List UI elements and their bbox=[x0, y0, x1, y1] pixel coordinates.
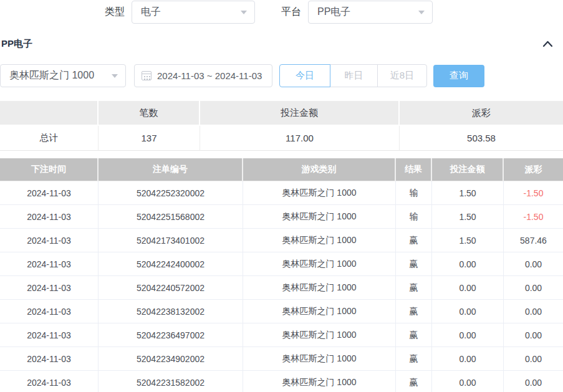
chevron-down-icon bbox=[418, 11, 425, 14]
platform-select-value: PP电子 bbox=[317, 6, 350, 19]
section-title: PP电子 bbox=[1, 38, 32, 50]
cell-payout: 0.00 bbox=[504, 323, 563, 347]
section-header: PP电子 bbox=[1, 36, 562, 51]
summary-header-blank bbox=[0, 101, 99, 126]
cell-bet-time: 2024-11-03 bbox=[0, 252, 99, 276]
summary-total-row: 总计 137 117.00 503.58 bbox=[0, 126, 563, 151]
cell-bet-time: 2024-11-03 bbox=[0, 276, 99, 300]
table-row: 2024-11-03 52042231582002 奥林匹斯之门 1000 赢 … bbox=[0, 371, 563, 392]
cell-bet-time: 2024-11-03 bbox=[0, 300, 99, 323]
today-button[interactable]: 今日 bbox=[279, 64, 330, 87]
table-row: 2024-11-03 52042234902002 奥林匹斯之门 1000 赢 … bbox=[0, 347, 563, 371]
summary-header-row: 笔数 投注金额 派彩 bbox=[0, 101, 563, 126]
cell-game-type: 奥林匹斯之门 1000 bbox=[243, 252, 396, 276]
col-header-payout: 派彩 bbox=[504, 158, 563, 181]
last8days-button[interactable]: 近8日 bbox=[377, 64, 427, 87]
chevron-down-icon bbox=[241, 11, 247, 14]
cell-game-type: 奥林匹斯之门 1000 bbox=[243, 347, 396, 371]
cell-payout: 587.46 bbox=[504, 229, 563, 252]
cell-bet-time: 2024-11-03 bbox=[0, 205, 99, 229]
bet-records-table: 下注时间 注单编号 游戏类别 结果 投注金额 派彩 2024-11-03 520… bbox=[0, 158, 563, 392]
cell-result: 输 bbox=[396, 181, 432, 205]
cell-bet-time: 2024-11-03 bbox=[0, 347, 99, 371]
table-row: 2024-11-03 52042242400002 奥林匹斯之门 1000 赢 … bbox=[0, 252, 563, 276]
calendar-icon bbox=[142, 71, 152, 80]
cell-bet-time: 2024-11-03 bbox=[0, 229, 99, 252]
cell-order-id: 52042252320002 bbox=[99, 181, 243, 205]
cell-bet-amount: 0.00 bbox=[432, 300, 504, 323]
cell-bet-amount: 1.50 bbox=[432, 181, 504, 205]
date-range-picker[interactable]: 2024-11-03 ~ 2024-11-03 bbox=[134, 64, 272, 87]
cell-game-type: 奥林匹斯之门 1000 bbox=[243, 229, 396, 252]
summary-header-bet-amount: 投注金额 bbox=[200, 101, 400, 126]
cell-game-type: 奥林匹斯之门 1000 bbox=[243, 323, 396, 347]
table-row: 2024-11-03 52042240572002 奥林匹斯之门 1000 赢 … bbox=[0, 276, 563, 300]
col-header-bet-time: 下注时间 bbox=[0, 158, 99, 181]
cell-payout: -1.50 bbox=[504, 181, 563, 205]
cell-order-id: 52042240572002 bbox=[99, 276, 243, 300]
summary-header-payout: 派彩 bbox=[400, 101, 563, 126]
cell-game-type: 奥林匹斯之门 1000 bbox=[243, 371, 396, 392]
cell-payout: 0.00 bbox=[504, 347, 563, 371]
cell-result: 赢 bbox=[396, 229, 432, 252]
cell-game-type: 奥林匹斯之门 1000 bbox=[243, 205, 396, 229]
cell-order-id: 52042236497002 bbox=[99, 323, 243, 347]
cell-bet-time: 2024-11-03 bbox=[0, 371, 99, 392]
quick-range-group: 今日 昨日 近8日 bbox=[279, 64, 427, 87]
summary-payout-value: 503.58 bbox=[400, 126, 563, 151]
cell-order-id: 52042242400002 bbox=[99, 252, 243, 276]
bet-records-panel: 类型 电子 平台 PP电子 PP电子 奥林匹斯之门 1000 2024-11-0… bbox=[0, 0, 563, 392]
cell-order-id: 52042234902002 bbox=[99, 347, 243, 371]
table-row: 2024-11-03 52042236497002 奥林匹斯之门 1000 赢 … bbox=[0, 323, 563, 347]
search-button[interactable]: 查询 bbox=[433, 65, 484, 87]
cell-order-id: 52042238132002 bbox=[99, 300, 243, 323]
chevron-up-icon bbox=[542, 41, 553, 47]
cell-payout: -1.50 bbox=[504, 205, 563, 229]
date-range-value: 2024-11-03 ~ 2024-11-03 bbox=[157, 70, 262, 81]
cell-game-type: 奥林匹斯之门 1000 bbox=[243, 181, 396, 205]
cell-bet-amount: 1.50 bbox=[432, 205, 504, 229]
type-label: 类型 bbox=[105, 6, 125, 19]
table-row: 2024-11-03 52042251568002 奥林匹斯之门 1000 输 … bbox=[0, 205, 563, 229]
cell-result: 赢 bbox=[396, 371, 432, 392]
cell-bet-amount: 0.00 bbox=[432, 276, 504, 300]
collapse-button[interactable] bbox=[542, 41, 553, 47]
cell-result: 赢 bbox=[396, 276, 432, 300]
cell-bet-amount: 1.50 bbox=[432, 229, 504, 252]
table-row: 2024-11-03 52042238132002 奥林匹斯之门 1000 赢 … bbox=[0, 300, 563, 323]
cell-result: 输 bbox=[396, 205, 432, 229]
cell-order-id: 52042231582002 bbox=[99, 371, 243, 392]
cell-bet-amount: 0.00 bbox=[432, 371, 504, 392]
yesterday-button[interactable]: 昨日 bbox=[330, 64, 378, 87]
col-header-result: 结果 bbox=[396, 158, 432, 181]
cell-bet-amount: 0.00 bbox=[432, 347, 504, 371]
cell-bet-time: 2024-11-03 bbox=[0, 181, 99, 205]
col-header-order-id: 注单编号 bbox=[99, 158, 243, 181]
query-bar: 奥林匹斯之门 1000 2024-11-03 ~ 2024-11-03 今日 昨… bbox=[0, 64, 484, 87]
summary-header-count: 笔数 bbox=[99, 101, 200, 126]
cell-result: 赢 bbox=[396, 300, 432, 323]
platform-select[interactable]: PP电子 bbox=[308, 1, 433, 24]
top-filter-bar: 类型 电子 平台 PP电子 bbox=[105, 1, 433, 24]
table-row: 2024-11-03 52042173401002 奥林匹斯之门 1000 赢 … bbox=[0, 229, 563, 252]
cell-payout: 0.00 bbox=[504, 300, 563, 323]
cell-bet-amount: 0.00 bbox=[432, 252, 504, 276]
cell-payout: 0.00 bbox=[504, 252, 563, 276]
platform-label: 平台 bbox=[281, 6, 301, 19]
cell-payout: 0.00 bbox=[504, 371, 563, 392]
type-select-value: 电子 bbox=[141, 6, 161, 19]
table-header-row: 下注时间 注单编号 游戏类别 结果 投注金额 派彩 bbox=[0, 158, 563, 181]
cell-result: 赢 bbox=[396, 252, 432, 276]
cell-game-type: 奥林匹斯之门 1000 bbox=[243, 300, 396, 323]
cell-result: 赢 bbox=[396, 323, 432, 347]
type-select[interactable]: 电子 bbox=[132, 1, 255, 24]
cell-order-id: 52042251568002 bbox=[99, 205, 243, 229]
summary-count-value: 137 bbox=[99, 126, 200, 151]
summary-bet-amount-value: 117.00 bbox=[200, 126, 400, 151]
cell-bet-time: 2024-11-03 bbox=[0, 323, 99, 347]
col-header-bet-amount: 投注金额 bbox=[432, 158, 504, 181]
summary-table: 笔数 投注金额 派彩 总计 137 117.00 503.58 bbox=[0, 101, 563, 151]
game-select-value: 奥林匹斯之门 1000 bbox=[9, 69, 94, 82]
cell-game-type: 奥林匹斯之门 1000 bbox=[243, 276, 396, 300]
game-select[interactable]: 奥林匹斯之门 1000 bbox=[0, 64, 126, 87]
